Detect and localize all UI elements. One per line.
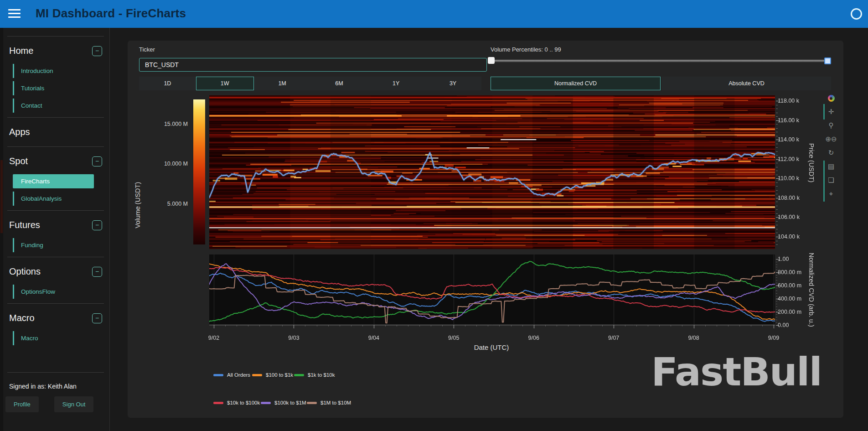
section-heading-apps: Apps bbox=[4, 122, 108, 142]
sidebar-item-globalanalysis[interactable]: GlobalAnalysis bbox=[13, 192, 94, 206]
legend-item-100-to-1k[interactable]: $100 to $1k bbox=[252, 372, 293, 378]
price-tick-label: 106.00 k bbox=[778, 214, 800, 220]
legend-label: $1M to $10M bbox=[320, 400, 351, 405]
fire-heatmap-canvas[interactable] bbox=[209, 95, 785, 249]
sidebar-item-tutorials[interactable]: Tutorials bbox=[13, 81, 94, 95]
collapse-icon-macro[interactable]: − bbox=[92, 313, 102, 323]
cvd-tick-label: 200.00 m bbox=[778, 309, 801, 315]
sidebar-item-firecharts[interactable]: FireCharts bbox=[13, 174, 94, 188]
cvd-tick-label: 0.00 bbox=[778, 322, 789, 328]
plotly-logo-icon[interactable] bbox=[828, 95, 835, 102]
crosshair-icon[interactable]: ⌖ bbox=[825, 187, 837, 201]
legend-swatch bbox=[213, 402, 223, 404]
modebar-scroll-indicator bbox=[823, 104, 825, 119]
legend-label: $1k to $10k bbox=[308, 372, 335, 378]
legend-label: $100 to $1k bbox=[266, 372, 293, 378]
top-bar: MI Dashboard - FireCharts bbox=[0, 0, 868, 28]
ticker-label: Ticker bbox=[139, 46, 155, 53]
colorbar-tick-label: 5.000 M bbox=[156, 201, 188, 207]
legend-label: $10k to $100k bbox=[227, 400, 260, 405]
section-heading-label: Apps bbox=[9, 127, 30, 137]
legend-swatch bbox=[213, 374, 223, 376]
nav-group-macro: Macro− bbox=[4, 308, 108, 328]
price-axis-title: Price (USDT) bbox=[808, 143, 815, 182]
x-axis-title: Date (UTC) bbox=[423, 343, 560, 351]
collapse-icon-futures[interactable]: − bbox=[92, 220, 102, 230]
range-button-3y[interactable]: 3Y bbox=[424, 77, 481, 90]
cvd-line-chart-canvas[interactable] bbox=[209, 254, 785, 338]
sidebar-item-contact[interactable]: Contact bbox=[13, 99, 94, 113]
zoom-box-icon[interactable]: ⚲ bbox=[825, 119, 837, 132]
account-section: Signed in as: Keith Alan Profile Sign Ou… bbox=[4, 368, 108, 416]
price-tick-label: 114.00 k bbox=[778, 136, 799, 143]
nav-group-spot: Spot− bbox=[4, 151, 108, 171]
legend-item-1k-to-10k[interactable]: $1k to $10k bbox=[294, 372, 335, 378]
divider bbox=[7, 257, 104, 257]
cvd-tick-label: 1.00 bbox=[778, 256, 789, 262]
date-tick-label: 9/04 bbox=[366, 335, 382, 341]
modebar-scroll-indicator bbox=[823, 161, 825, 202]
pan-icon[interactable]: ✛ bbox=[825, 105, 837, 119]
percentiles-label: Volume Percentiles: 0 .. 99 bbox=[491, 46, 561, 53]
nav-group-label: Futures bbox=[9, 220, 40, 230]
date-tick-label: 9/07 bbox=[605, 335, 622, 341]
sidebar-item-macro[interactable]: Macro bbox=[13, 331, 94, 345]
sidebar-scrollbar[interactable] bbox=[0, 28, 3, 431]
main-panel: Ticker 1D1W1M6M1Y3Y Volume Percentiles: … bbox=[128, 41, 843, 418]
sign-out-button[interactable]: Sign Out bbox=[54, 396, 94, 412]
price-tick-label: 116.00 k bbox=[778, 117, 799, 124]
collapse-icon-home[interactable]: − bbox=[92, 46, 102, 56]
date-tick-label: 9/02 bbox=[206, 335, 222, 341]
hover-tooltip-icon[interactable]: ❏ bbox=[825, 173, 837, 187]
cvd-axis-title: Normalized CVD (arb. u.) bbox=[808, 253, 815, 327]
date-tick-label: 9/09 bbox=[765, 335, 782, 341]
profile-button[interactable]: Profile bbox=[5, 396, 39, 412]
sidebar-item-funding[interactable]: Funding bbox=[13, 238, 94, 252]
price-tick-label: 104.00 k bbox=[778, 234, 800, 240]
percentile-slider-handle-high[interactable] bbox=[824, 57, 831, 64]
colorbar-tick-label: 10.000 M bbox=[156, 161, 188, 167]
legend-item-all-orders[interactable]: All Orders bbox=[213, 372, 250, 378]
range-button-1m[interactable]: 1M bbox=[254, 77, 311, 90]
percentile-slider-handle-low[interactable] bbox=[488, 57, 495, 64]
price-tick-label: 110.00 k bbox=[778, 175, 799, 182]
nav-group-label: Options bbox=[9, 266, 41, 277]
nav-group-label: Macro bbox=[9, 313, 35, 323]
price-tick-label: 108.00 k bbox=[778, 195, 800, 201]
reset-axes-icon[interactable]: ↻ bbox=[825, 146, 837, 160]
save-icon[interactable]: ▤ bbox=[825, 160, 837, 173]
legend-swatch bbox=[252, 374, 262, 376]
colorbar-tick-label: 15.000 M bbox=[156, 121, 188, 127]
zoom-in-out-icon[interactable]: ⊕⊖ bbox=[825, 132, 837, 146]
sidebar-item-optionsflow[interactable]: OptionsFlow bbox=[13, 285, 94, 299]
mode-button-normalized-cvd[interactable]: Normalized CVD bbox=[491, 77, 661, 90]
legend-item-10k-to-100k[interactable]: $10k to $100k bbox=[213, 400, 260, 406]
mode-button-absolute-cvd[interactable]: Absolute CVD bbox=[662, 77, 831, 90]
nav-group-options: Options− bbox=[4, 262, 108, 281]
divider bbox=[7, 303, 104, 304]
price-tick-label: 118.00 k bbox=[778, 98, 799, 104]
legend-swatch bbox=[261, 402, 271, 404]
legend-label: $100k to $1M bbox=[274, 400, 306, 405]
range-button-6m[interactable]: 6M bbox=[310, 77, 367, 90]
range-button-1d[interactable]: 1D bbox=[139, 77, 196, 90]
collapse-icon-spot[interactable]: − bbox=[92, 156, 102, 166]
nav-group-label: Spot bbox=[9, 156, 28, 166]
hamburger-menu-icon[interactable] bbox=[8, 9, 21, 19]
price-tick-label: 112.00 k bbox=[778, 156, 799, 162]
sidebar-item-introduction[interactable]: Introduction bbox=[13, 64, 94, 78]
range-button-1w[interactable]: 1W bbox=[196, 77, 254, 90]
cvd-tick-label: 600.00 m bbox=[778, 282, 801, 289]
legend-item-1m-to-10m[interactable]: $1M to $10M bbox=[307, 400, 351, 406]
divider bbox=[7, 36, 104, 36]
legend-item-100k-to-1m[interactable]: $100k to $1M bbox=[261, 400, 306, 406]
volume-colorbar bbox=[193, 99, 205, 244]
ticker-input[interactable] bbox=[139, 58, 487, 72]
collapse-icon-options[interactable]: − bbox=[92, 267, 102, 277]
loading-ring-icon[interactable] bbox=[851, 8, 862, 20]
range-button-1y[interactable]: 1Y bbox=[367, 77, 424, 90]
fastbull-watermark: FastBull bbox=[651, 349, 822, 395]
cvd-tick-label: 400.00 m bbox=[778, 296, 801, 302]
signed-in-text: Signed in as: Keith Alan bbox=[4, 377, 108, 393]
percentile-slider-track[interactable] bbox=[491, 60, 831, 62]
